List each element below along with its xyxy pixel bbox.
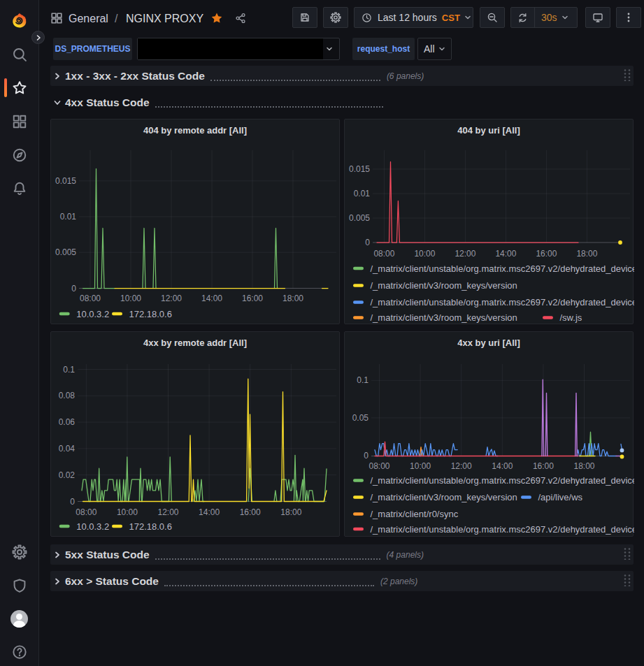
svg-text:/_matrix/client/r0/sync: /_matrix/client/r0/sync — [371, 509, 459, 519]
svg-text:18:00: 18:00 — [573, 461, 594, 471]
svg-text:12:00: 12:00 — [455, 249, 475, 259]
svg-text:08:00: 08:00 — [368, 461, 389, 471]
svg-text:12:00: 12:00 — [157, 507, 178, 517]
svg-text:16:00: 16:00 — [533, 461, 554, 471]
svg-text:0.01: 0.01 — [354, 189, 371, 198]
svg-text:14:00: 14:00 — [492, 461, 513, 471]
svg-text:0.01: 0.01 — [60, 212, 77, 222]
svg-text:/_matrix/client/v3/room_keys/v: /_matrix/client/v3/room_keys/version — [371, 492, 517, 502]
svg-text:0.05: 0.05 — [352, 413, 369, 423]
svg-text:0: 0 — [70, 497, 75, 507]
svg-text:10:00: 10:00 — [410, 461, 431, 471]
svg-text:/sw.js: /sw.js — [560, 312, 582, 323]
svg-text:0.015: 0.015 — [55, 176, 76, 186]
svg-text:0.1: 0.1 — [63, 365, 75, 375]
svg-text:0.02: 0.02 — [59, 470, 76, 480]
svg-text:172.18.0.6: 172.18.0.6 — [129, 309, 172, 319]
svg-text:0.1: 0.1 — [357, 375, 368, 385]
svg-text:12:00: 12:00 — [451, 461, 472, 471]
svg-text:0.005: 0.005 — [55, 247, 76, 257]
svg-text:0.08: 0.08 — [59, 391, 76, 400]
svg-text:10.0.3.2: 10.0.3.2 — [76, 309, 109, 319]
svg-text:16:00: 16:00 — [536, 249, 557, 259]
svg-text:14:00: 14:00 — [199, 507, 220, 517]
svg-text:0.015: 0.015 — [349, 164, 370, 174]
svg-text:14:00: 14:00 — [495, 249, 516, 259]
svg-text:0: 0 — [364, 451, 368, 461]
svg-text:10.0.3.2: 10.0.3.2 — [76, 521, 109, 532]
svg-text:10:00: 10:00 — [414, 249, 435, 259]
svg-text:18:00: 18:00 — [282, 294, 303, 303]
svg-text:0: 0 — [71, 284, 76, 294]
svg-text:172.18.0.6: 172.18.0.6 — [129, 521, 172, 532]
svg-text:0.06: 0.06 — [59, 417, 76, 427]
svg-text:/_matrix/client/v3/room_keys/v: /_matrix/client/v3/room_keys/version — [371, 280, 517, 291]
svg-text:16:00: 16:00 — [242, 294, 263, 303]
svg-text:16:00: 16:00 — [240, 507, 261, 517]
svg-text:08:00: 08:00 — [76, 507, 96, 517]
svg-text:08:00: 08:00 — [373, 249, 394, 259]
svg-text:/_matrix/client/v3/room_keys/v: /_matrix/client/v3/room_keys/version — [371, 312, 517, 323]
svg-text:/_matrix/client/unstable/org.m: /_matrix/client/unstable/org.matrix.msc2… — [371, 475, 635, 486]
svg-text:14:00: 14:00 — [201, 294, 222, 303]
svg-text:08:00: 08:00 — [80, 294, 101, 303]
svg-text:/_matrix/client/unstable/org.m: /_matrix/client/unstable/org.matrix.msc2… — [371, 297, 635, 307]
svg-text:18:00: 18:00 — [280, 507, 301, 517]
svg-text:/_matrix/client/unstable/org.m: /_matrix/client/unstable/org.matrix.msc2… — [371, 524, 635, 535]
svg-text:0: 0 — [365, 238, 370, 247]
svg-text:10:00: 10:00 — [120, 294, 141, 303]
svg-text:/_matrix/client/unstable/org.m: /_matrix/client/unstable/org.matrix.msc2… — [371, 263, 635, 274]
svg-text:/api/live/ws: /api/live/ws — [538, 492, 583, 502]
svg-text:10:00: 10:00 — [117, 507, 138, 517]
svg-text:12:00: 12:00 — [161, 294, 182, 303]
svg-text:0.005: 0.005 — [349, 213, 370, 223]
svg-text:18:00: 18:00 — [576, 249, 597, 259]
svg-text:0.04: 0.04 — [59, 444, 76, 454]
